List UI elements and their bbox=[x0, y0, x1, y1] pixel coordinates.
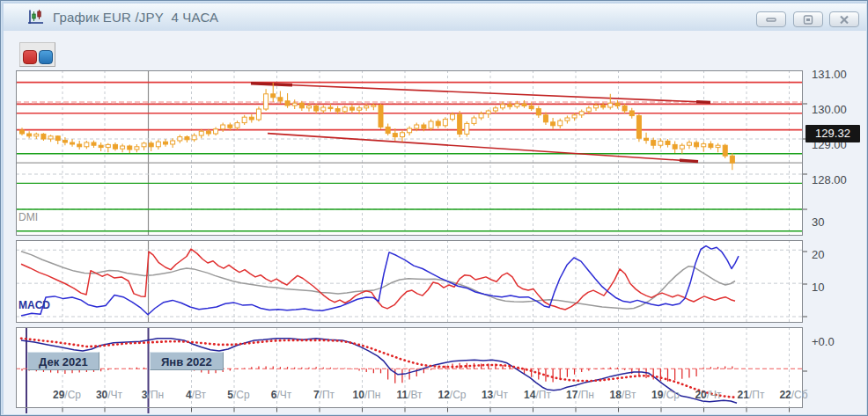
buy-blue-button[interactable] bbox=[39, 50, 53, 64]
dmi-scale-label: 20 bbox=[812, 248, 824, 261]
title-bar[interactable]: График EUR /JPY 4 ЧАСА bbox=[4, 4, 866, 32]
date-label: 19/Ср bbox=[651, 389, 680, 401]
date-label: 17/Пн bbox=[566, 389, 594, 401]
date-label: 13/Чт bbox=[482, 389, 508, 401]
macd-pane-label: MACD bbox=[18, 299, 50, 311]
date-label: 20/Чт bbox=[695, 389, 721, 401]
chart-client-area: 131.00130.00129.00128.00302010+0.0 DMI M… bbox=[4, 31, 866, 414]
month-box-jan: Янв 2022 bbox=[150, 352, 224, 370]
date-label: 30/Чт bbox=[96, 389, 122, 401]
current-price-badge: 129.32 bbox=[805, 125, 860, 142]
price-scale-label: 131.00 bbox=[812, 68, 847, 81]
sell-red-button[interactable] bbox=[23, 50, 37, 64]
close-button[interactable] bbox=[829, 11, 859, 27]
date-label: 21/Пт bbox=[738, 389, 765, 401]
dmi-pane-label: DMI bbox=[18, 211, 38, 223]
macd-scale-label: +0.0 bbox=[812, 335, 835, 348]
date-label: 14/Пт bbox=[524, 389, 551, 401]
date-label: 11/Вт bbox=[396, 389, 422, 401]
dmi-scale-label: 10 bbox=[812, 281, 824, 294]
date-label: 22/Сб bbox=[779, 389, 807, 401]
price-scale-label: 128.00 bbox=[812, 173, 847, 186]
chart-canvas[interactable] bbox=[16, 70, 808, 416]
candlestick-chart-icon bbox=[27, 9, 45, 26]
restore-button[interactable] bbox=[793, 11, 823, 27]
dmi-scale-label: 30 bbox=[812, 215, 824, 229]
date-label: 10/Пн bbox=[353, 389, 381, 401]
chart-window: График EUR /JPY 4 ЧАСА 131.00130.00129.0 bbox=[0, 0, 868, 416]
close-icon bbox=[838, 15, 850, 25]
minimize-button[interactable] bbox=[756, 11, 786, 27]
price-scale-label: 130.00 bbox=[812, 103, 847, 116]
date-label: 29/Ср bbox=[53, 389, 81, 401]
date-label: 7/Пт bbox=[313, 389, 335, 401]
date-label: 6/Чт bbox=[271, 389, 292, 401]
window-title: График EUR /JPY 4 ЧАСА bbox=[53, 10, 218, 25]
quick-trade-toolbar bbox=[19, 42, 55, 67]
minimize-icon bbox=[765, 15, 777, 25]
date-label: 4/Вт bbox=[186, 389, 206, 401]
date-label: 3/Пн bbox=[142, 389, 164, 401]
month-box-dec: Дек 2021 bbox=[27, 352, 99, 370]
date-label: 18/Вт bbox=[610, 389, 636, 401]
date-label: 5/Ср bbox=[227, 389, 249, 401]
restore-icon bbox=[802, 15, 814, 25]
date-label: 12/Ср bbox=[438, 389, 466, 401]
